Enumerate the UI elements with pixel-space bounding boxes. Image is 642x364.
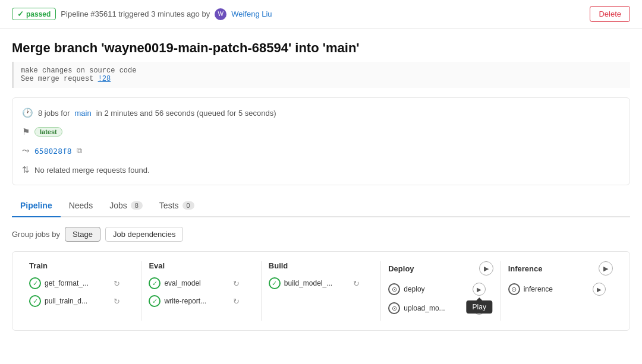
job-inference-name: inference (524, 285, 589, 293)
avatar: W (215, 8, 226, 20)
job-pull-train-name: pull_train_d... (45, 297, 110, 305)
job-inference-play-button[interactable]: ▶ (593, 283, 606, 296)
info-row-latest: ⚑ latest (22, 126, 620, 137)
job-pull-train-retry[interactable]: ↻ (114, 297, 120, 306)
job-upload-mo-name: upload_mo... (404, 304, 469, 312)
stage-train-label: Train (29, 261, 48, 270)
stage-eval-label: Eval (149, 261, 165, 270)
pipeline-status-bar: ✓ passed Pipeline #35611 triggered 3 min… (12, 8, 272, 20)
job-write-report-name: write-report... (164, 297, 229, 305)
tab-jobs[interactable]: Jobs 8 (101, 195, 151, 217)
job-build-model-status: ✓ (269, 277, 281, 289)
job-get-format-status: ✓ (29, 277, 41, 289)
jobs-count: 8 (131, 201, 143, 210)
stage-train: Train ✓ get_format_... ↻ ✓ pull_train_d.… (22, 261, 141, 321)
job-upload-mo-status: ⊙ (388, 302, 400, 314)
commit-hash[interactable]: 658028f8 (34, 147, 72, 156)
no-merge-text: No related merge requests found. (34, 166, 150, 175)
stages-container: Train ✓ get_format_... ↻ ✓ pull_train_d.… (22, 261, 620, 321)
merge-icon: ⇅ (22, 164, 30, 175)
job-deploy: ⊙ deploy ▶ Play (388, 283, 493, 296)
group-dependencies-button[interactable]: Job dependencies (105, 227, 184, 242)
merge-title: Merge branch 'wayne0019-main-patch-68594… (12, 40, 630, 56)
job-get-format-retry[interactable]: ↻ (114, 279, 120, 288)
clock-icon: 🕐 (22, 107, 33, 118)
pipeline-info: Pipeline #35611 triggered 3 minutes ago … (61, 10, 210, 18)
job-build-model: ✓ build_model_... ↻ (269, 277, 373, 289)
job-deploy-status: ⊙ (388, 283, 400, 295)
job-get-format-name: get_format_... (45, 279, 110, 287)
pipeline-area: Train ✓ get_format_... ↻ ✓ pull_train_d.… (12, 251, 630, 331)
commit-icon: ⤳ (22, 145, 30, 156)
job-pull-train-status: ✓ (29, 295, 41, 307)
group-stage-button[interactable]: Stage (65, 227, 100, 242)
job-inference-status: ⊙ (508, 283, 520, 295)
passed-label: passed (26, 10, 51, 18)
stage-deploy-header: Deploy ▶ (388, 261, 493, 276)
stage-inference-play-button[interactable]: ▶ (599, 261, 613, 276)
play-tooltip: Play (467, 300, 492, 314)
passed-badge: ✓ passed (12, 8, 56, 20)
job-inference: ⊙ inference ▶ (508, 283, 613, 296)
check-icon: ✓ (17, 10, 24, 18)
user-link[interactable]: Weifeng Liu (231, 10, 272, 18)
stage-deploy: Deploy ▶ ⊙ deploy ▶ Play ⊙ upload_mo... … (381, 261, 501, 321)
group-by-label: Group jobs by (12, 230, 60, 239)
latest-badge: latest (34, 127, 62, 137)
tab-pipeline[interactable]: Pipeline (12, 195, 61, 217)
tab-tests[interactable]: Tests 0 (151, 195, 203, 217)
jobs-time: in 2 minutes and 56 seconds (queued for … (96, 109, 276, 118)
job-write-report: ✓ write-report... ↻ (149, 295, 253, 307)
commit-line1: make changes on source code (21, 67, 623, 75)
job-eval-model-name: eval_model (164, 279, 229, 287)
job-eval-model-status: ✓ (149, 277, 160, 289)
job-deploy-play-button[interactable]: ▶ (473, 283, 486, 296)
job-get-format: ✓ get_format_... ↻ (29, 277, 134, 289)
info-row-jobs: 🕐 8 jobs for main in 2 minutes and 56 se… (22, 107, 620, 118)
stage-eval-header: Eval (149, 261, 253, 270)
job-eval-model-retry[interactable]: ↻ (233, 279, 240, 288)
job-build-model-name: build_model_... (284, 279, 350, 287)
stage-inference: Inference ▶ ⊙ inference ▶ (501, 261, 620, 321)
commit-message: make changes on source code See merge re… (12, 62, 630, 88)
delete-button[interactable]: Delete (590, 6, 630, 22)
top-bar: ✓ passed Pipeline #35611 triggered 3 min… (0, 0, 642, 29)
jobs-text: 8 jobs for (38, 109, 70, 118)
info-row-commit: ⤳ 658028f8 ⧉ (22, 145, 620, 156)
tests-count: 0 (182, 201, 194, 210)
stage-build-label: Build (269, 261, 288, 270)
job-eval-model: ✓ eval_model ↻ (149, 277, 253, 289)
info-row-mr: ⇅ No related merge requests found. (22, 164, 620, 175)
stage-deploy-play-button[interactable]: ▶ (479, 261, 493, 276)
mr-link[interactable]: !28 (98, 75, 111, 83)
job-deploy-name: deploy (404, 285, 469, 293)
stage-inference-label: Inference (508, 264, 543, 273)
branch-link[interactable]: main (74, 109, 91, 118)
tabs: Pipeline Needs Jobs 8 Tests 0 (12, 195, 630, 217)
stage-build: Build ✓ build_model_... ↻ (262, 261, 381, 321)
commit-line2: See merge request !28 (21, 75, 623, 83)
stage-build-header: Build (269, 261, 373, 270)
stage-train-header: Train (29, 261, 134, 270)
group-by-bar: Group jobs by Stage Job dependencies (12, 227, 630, 242)
job-write-report-retry[interactable]: ↻ (233, 297, 240, 306)
main-content: Merge branch 'wayne0019-main-patch-68594… (0, 29, 642, 331)
job-pull-train-d: ✓ pull_train_d... ↻ (29, 295, 134, 307)
job-deploy-play-wrapper: ▶ Play (473, 283, 486, 296)
stage-inference-header: Inference ▶ (508, 261, 613, 276)
tab-needs[interactable]: Needs (61, 195, 101, 217)
job-write-report-status: ✓ (149, 295, 160, 307)
copy-icon[interactable]: ⧉ (77, 146, 82, 156)
stage-eval: Eval ✓ eval_model ↻ ✓ write-report... ↻ (141, 261, 261, 321)
job-build-model-retry[interactable]: ↻ (353, 279, 360, 288)
stage-deploy-label: Deploy (388, 264, 414, 273)
flag-icon: ⚑ (22, 126, 30, 137)
info-box: 🕐 8 jobs for main in 2 minutes and 56 se… (12, 97, 630, 185)
